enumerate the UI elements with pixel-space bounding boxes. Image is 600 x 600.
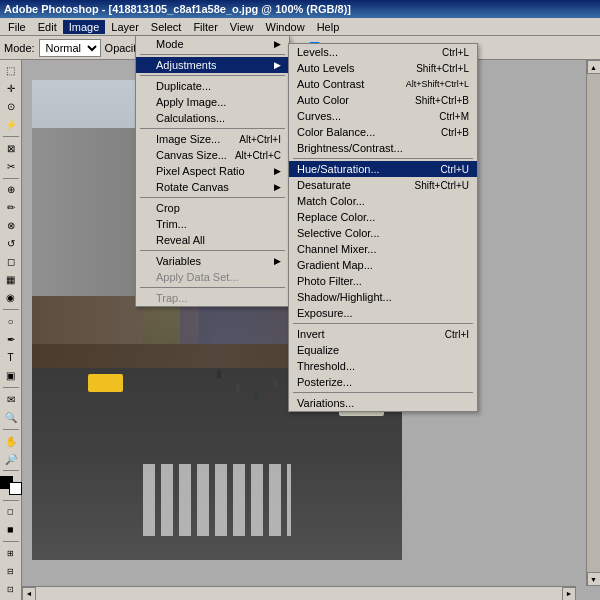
clone-tool[interactable]: ⊗: [1, 217, 21, 234]
submenu-threshold[interactable]: Threshold...: [289, 358, 477, 374]
submenu-shadow-highlight[interactable]: Shadow/Highlight...: [289, 289, 477, 305]
submenu-auto-levels[interactable]: Auto Levels Shift+Ctrl+L: [289, 60, 477, 76]
menu-edit[interactable]: Edit: [32, 20, 63, 34]
blur-tool[interactable]: ◉: [1, 289, 21, 306]
submenu-gradient-map[interactable]: Gradient Map...: [289, 257, 477, 273]
submenu-brightness[interactable]: Brightness/Contrast...: [289, 140, 477, 156]
scroll-up-btn[interactable]: ▲: [587, 60, 601, 74]
history-tool[interactable]: ↺: [1, 235, 21, 252]
dropdown-image-size[interactable]: Image Size... Alt+Ctrl+I: [136, 131, 289, 147]
shape-tool[interactable]: ▣: [1, 367, 21, 384]
submenu-selective-color[interactable]: Selective Color...: [289, 225, 477, 241]
dropdown-variables[interactable]: Variables ▶: [136, 253, 289, 269]
title-bar: Adobe Photoshop - [418813105_c8af1a58e_o…: [0, 0, 600, 18]
taxi: [88, 374, 123, 392]
submenu-auto-contrast[interactable]: Auto Contrast Alt+Shift+Ctrl+L: [289, 76, 477, 92]
submenu-match-color[interactable]: Match Color...: [289, 193, 477, 209]
scroll-right-btn[interactable]: ►: [562, 587, 576, 601]
quick-mask-mode[interactable]: ◼: [1, 521, 21, 538]
background-color[interactable]: [9, 482, 22, 495]
submenu-invert[interactable]: Invert Ctrl+I: [289, 326, 477, 342]
heal-tool[interactable]: ⊕: [1, 181, 21, 198]
pen-tool[interactable]: ✒: [1, 331, 21, 348]
mode-label: Mode:: [4, 42, 35, 54]
dropdown-canvas-size[interactable]: Canvas Size... Alt+Ctrl+C: [136, 147, 289, 163]
magic-wand-tool[interactable]: ⚡: [1, 116, 21, 133]
mode-select[interactable]: Normal: [39, 39, 101, 57]
tool-separator-7: [3, 500, 19, 501]
screen-mode-3[interactable]: ⊡: [1, 581, 21, 598]
crop-tool[interactable]: ⊠: [1, 140, 21, 157]
text-tool[interactable]: T: [1, 349, 21, 366]
dropdown-calculations[interactable]: Calculations...: [136, 110, 289, 126]
dropdown-apply-image[interactable]: Apply Image...: [136, 94, 289, 110]
eraser-tool[interactable]: ◻: [1, 253, 21, 270]
menu-view[interactable]: View: [224, 20, 260, 34]
hand-tool[interactable]: ✋: [1, 433, 21, 450]
menu-select[interactable]: Select: [145, 20, 188, 34]
submenu-equalize[interactable]: Equalize: [289, 342, 477, 358]
submenu-variations[interactable]: Variations...: [289, 395, 477, 411]
move-tool[interactable]: ✛: [1, 80, 21, 97]
person-2: [236, 384, 240, 392]
menu-layer[interactable]: Layer: [105, 20, 145, 34]
crosswalk: [143, 464, 291, 536]
person-3: [254, 394, 258, 402]
submenu-exposure[interactable]: Exposure...: [289, 305, 477, 321]
standard-mode[interactable]: ◻: [1, 503, 21, 520]
dropdown-apply-data[interactable]: Apply Data Set...: [136, 269, 289, 285]
scroll-left-btn[interactable]: ◄: [22, 587, 36, 601]
submenu-channel-mixer[interactable]: Channel Mixer...: [289, 241, 477, 257]
menu-window[interactable]: Window: [260, 20, 311, 34]
eyedropper-tool[interactable]: 🔍: [1, 409, 21, 426]
screen-mode-2[interactable]: ⊟: [1, 563, 21, 580]
menu-filter[interactable]: Filter: [187, 20, 223, 34]
color-swatches[interactable]: [0, 476, 22, 494]
lasso-tool[interactable]: ⊙: [1, 98, 21, 115]
person-4: [273, 379, 277, 387]
person-1: [217, 370, 221, 378]
zoom-tool[interactable]: 🔎: [1, 451, 21, 468]
dropdown-crop[interactable]: Crop: [136, 200, 289, 216]
dropdown-sep-4: [140, 250, 285, 251]
dodge-tool[interactable]: ○: [1, 313, 21, 330]
dropdown-reveal-all[interactable]: Reveal All: [136, 232, 289, 248]
submenu-color-balance[interactable]: Color Balance... Ctrl+B: [289, 124, 477, 140]
vertical-scrollbar: ▲ ▼: [586, 60, 600, 586]
adjustments-submenu: Levels... Ctrl+L Auto Levels Shift+Ctrl+…: [288, 43, 478, 412]
dropdown-duplicate[interactable]: Duplicate...: [136, 78, 289, 94]
submenu-posterize[interactable]: Posterize...: [289, 374, 477, 390]
submenu-levels[interactable]: Levels... Ctrl+L: [289, 44, 477, 60]
dropdown-rotate-canvas[interactable]: Rotate Canvas ▶: [136, 179, 289, 195]
submenu-sep-3: [293, 392, 473, 393]
slice-tool[interactable]: ✂: [1, 158, 21, 175]
menu-file[interactable]: File: [2, 20, 32, 34]
submenu-photo-filter[interactable]: Photo Filter...: [289, 273, 477, 289]
gradient-tool[interactable]: ▦: [1, 271, 21, 288]
window-title: Adobe Photoshop - [418813105_c8af1a58e_o…: [4, 3, 351, 15]
marquee-tool[interactable]: ⬚: [1, 62, 21, 79]
screen-mode[interactable]: ⊞: [1, 545, 21, 562]
submenu-curves[interactable]: Curves... Ctrl+M: [289, 108, 477, 124]
dropdown-sep-2: [140, 128, 285, 129]
dropdown-sep-0: [140, 54, 285, 55]
dropdown-trim[interactable]: Trim...: [136, 216, 289, 232]
submenu-hue-saturation[interactable]: Hue/Saturation... Ctrl+U: [289, 161, 477, 177]
submenu-replace-color[interactable]: Replace Color...: [289, 209, 477, 225]
menu-bar: File Edit Image Layer Select Filter View…: [0, 18, 600, 36]
dropdown-pixel-aspect[interactable]: Pixel Aspect Ratio ▶: [136, 163, 289, 179]
menu-help[interactable]: Help: [311, 20, 346, 34]
dropdown-mode[interactable]: Mode ▶: [136, 36, 289, 52]
menu-image[interactable]: Image: [63, 20, 106, 34]
brush-tool[interactable]: ✏: [1, 199, 21, 216]
notes-tool[interactable]: ✉: [1, 391, 21, 408]
submenu-desaturate[interactable]: Desaturate Shift+Ctrl+U: [289, 177, 477, 193]
submenu-auto-color[interactable]: Auto Color Shift+Ctrl+B: [289, 92, 477, 108]
scroll-track-v[interactable]: [587, 74, 600, 572]
submenu-sep-2: [293, 323, 473, 324]
submenu-sep-1: [293, 158, 473, 159]
dropdown-adjustments[interactable]: Adjustments ▶: [136, 57, 289, 73]
scroll-down-btn[interactable]: ▼: [587, 572, 601, 586]
dropdown-sep-5: [140, 287, 285, 288]
dropdown-trap[interactable]: Trap...: [136, 290, 289, 306]
